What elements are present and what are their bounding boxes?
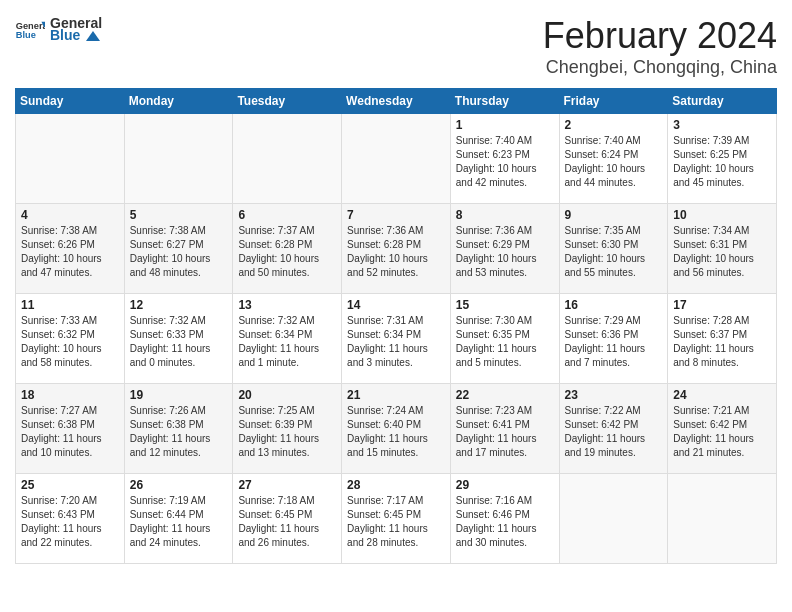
day-header-sunday: Sunday bbox=[16, 89, 125, 114]
day-number: 8 bbox=[456, 208, 554, 222]
day-info: Sunrise: 7:22 AM Sunset: 6:42 PM Dayligh… bbox=[565, 404, 663, 460]
day-header-friday: Friday bbox=[559, 89, 668, 114]
day-info: Sunrise: 7:38 AM Sunset: 6:26 PM Dayligh… bbox=[21, 224, 119, 280]
calendar-cell: 12Sunrise: 7:32 AM Sunset: 6:33 PM Dayli… bbox=[124, 294, 233, 384]
day-info: Sunrise: 7:40 AM Sunset: 6:23 PM Dayligh… bbox=[456, 134, 554, 190]
day-number: 19 bbox=[130, 388, 228, 402]
day-number: 27 bbox=[238, 478, 336, 492]
day-number: 28 bbox=[347, 478, 445, 492]
calendar-cell: 3Sunrise: 7:39 AM Sunset: 6:25 PM Daylig… bbox=[668, 114, 777, 204]
day-number: 11 bbox=[21, 298, 119, 312]
calendar-cell: 7Sunrise: 7:36 AM Sunset: 6:28 PM Daylig… bbox=[342, 204, 451, 294]
day-info: Sunrise: 7:30 AM Sunset: 6:35 PM Dayligh… bbox=[456, 314, 554, 370]
month-title: February 2024 bbox=[543, 15, 777, 57]
day-info: Sunrise: 7:18 AM Sunset: 6:45 PM Dayligh… bbox=[238, 494, 336, 550]
calendar-cell: 10Sunrise: 7:34 AM Sunset: 6:31 PM Dayli… bbox=[668, 204, 777, 294]
calendar-cell: 27Sunrise: 7:18 AM Sunset: 6:45 PM Dayli… bbox=[233, 474, 342, 564]
calendar-cell: 16Sunrise: 7:29 AM Sunset: 6:36 PM Dayli… bbox=[559, 294, 668, 384]
calendar-week-2: 4Sunrise: 7:38 AM Sunset: 6:26 PM Daylig… bbox=[16, 204, 777, 294]
day-info: Sunrise: 7:40 AM Sunset: 6:24 PM Dayligh… bbox=[565, 134, 663, 190]
svg-text:Blue: Blue bbox=[16, 30, 36, 39]
day-header-thursday: Thursday bbox=[450, 89, 559, 114]
logo: General Blue General Blue bbox=[15, 15, 102, 43]
calendar-week-1: 1Sunrise: 7:40 AM Sunset: 6:23 PM Daylig… bbox=[16, 114, 777, 204]
calendar-cell: 28Sunrise: 7:17 AM Sunset: 6:45 PM Dayli… bbox=[342, 474, 451, 564]
day-number: 4 bbox=[21, 208, 119, 222]
day-info: Sunrise: 7:27 AM Sunset: 6:38 PM Dayligh… bbox=[21, 404, 119, 460]
calendar-cell bbox=[342, 114, 451, 204]
calendar-cell bbox=[233, 114, 342, 204]
calendar-header-row: SundayMondayTuesdayWednesdayThursdayFrid… bbox=[16, 89, 777, 114]
day-number: 7 bbox=[347, 208, 445, 222]
calendar-cell: 4Sunrise: 7:38 AM Sunset: 6:26 PM Daylig… bbox=[16, 204, 125, 294]
calendar-cell: 15Sunrise: 7:30 AM Sunset: 6:35 PM Dayli… bbox=[450, 294, 559, 384]
day-info: Sunrise: 7:24 AM Sunset: 6:40 PM Dayligh… bbox=[347, 404, 445, 460]
calendar-cell: 22Sunrise: 7:23 AM Sunset: 6:41 PM Dayli… bbox=[450, 384, 559, 474]
day-info: Sunrise: 7:35 AM Sunset: 6:30 PM Dayligh… bbox=[565, 224, 663, 280]
day-number: 26 bbox=[130, 478, 228, 492]
day-number: 17 bbox=[673, 298, 771, 312]
calendar-cell: 9Sunrise: 7:35 AM Sunset: 6:30 PM Daylig… bbox=[559, 204, 668, 294]
day-info: Sunrise: 7:39 AM Sunset: 6:25 PM Dayligh… bbox=[673, 134, 771, 190]
day-number: 14 bbox=[347, 298, 445, 312]
calendar-week-4: 18Sunrise: 7:27 AM Sunset: 6:38 PM Dayli… bbox=[16, 384, 777, 474]
day-info: Sunrise: 7:31 AM Sunset: 6:34 PM Dayligh… bbox=[347, 314, 445, 370]
day-number: 15 bbox=[456, 298, 554, 312]
day-number: 22 bbox=[456, 388, 554, 402]
day-info: Sunrise: 7:26 AM Sunset: 6:38 PM Dayligh… bbox=[130, 404, 228, 460]
day-info: Sunrise: 7:17 AM Sunset: 6:45 PM Dayligh… bbox=[347, 494, 445, 550]
day-number: 29 bbox=[456, 478, 554, 492]
day-header-saturday: Saturday bbox=[668, 89, 777, 114]
calendar-cell: 8Sunrise: 7:36 AM Sunset: 6:29 PM Daylig… bbox=[450, 204, 559, 294]
day-info: Sunrise: 7:33 AM Sunset: 6:32 PM Dayligh… bbox=[21, 314, 119, 370]
day-info: Sunrise: 7:23 AM Sunset: 6:41 PM Dayligh… bbox=[456, 404, 554, 460]
day-number: 2 bbox=[565, 118, 663, 132]
title-area: February 2024 Chengbei, Chongqing, China bbox=[543, 15, 777, 78]
day-header-tuesday: Tuesday bbox=[233, 89, 342, 114]
day-info: Sunrise: 7:32 AM Sunset: 6:33 PM Dayligh… bbox=[130, 314, 228, 370]
day-number: 6 bbox=[238, 208, 336, 222]
calendar-cell bbox=[559, 474, 668, 564]
calendar-cell: 5Sunrise: 7:38 AM Sunset: 6:27 PM Daylig… bbox=[124, 204, 233, 294]
day-number: 25 bbox=[21, 478, 119, 492]
calendar-cell: 25Sunrise: 7:20 AM Sunset: 6:43 PM Dayli… bbox=[16, 474, 125, 564]
day-number: 1 bbox=[456, 118, 554, 132]
calendar-table: SundayMondayTuesdayWednesdayThursdayFrid… bbox=[15, 88, 777, 564]
day-info: Sunrise: 7:19 AM Sunset: 6:44 PM Dayligh… bbox=[130, 494, 228, 550]
day-info: Sunrise: 7:20 AM Sunset: 6:43 PM Dayligh… bbox=[21, 494, 119, 550]
day-number: 20 bbox=[238, 388, 336, 402]
calendar-week-5: 25Sunrise: 7:20 AM Sunset: 6:43 PM Dayli… bbox=[16, 474, 777, 564]
day-number: 3 bbox=[673, 118, 771, 132]
calendar-cell: 6Sunrise: 7:37 AM Sunset: 6:28 PM Daylig… bbox=[233, 204, 342, 294]
day-info: Sunrise: 7:37 AM Sunset: 6:28 PM Dayligh… bbox=[238, 224, 336, 280]
day-number: 21 bbox=[347, 388, 445, 402]
location-title: Chengbei, Chongqing, China bbox=[543, 57, 777, 78]
day-info: Sunrise: 7:32 AM Sunset: 6:34 PM Dayligh… bbox=[238, 314, 336, 370]
day-header-wednesday: Wednesday bbox=[342, 89, 451, 114]
day-info: Sunrise: 7:29 AM Sunset: 6:36 PM Dayligh… bbox=[565, 314, 663, 370]
day-number: 16 bbox=[565, 298, 663, 312]
logo-blue: Blue bbox=[50, 27, 102, 43]
day-info: Sunrise: 7:36 AM Sunset: 6:28 PM Dayligh… bbox=[347, 224, 445, 280]
calendar-cell: 13Sunrise: 7:32 AM Sunset: 6:34 PM Dayli… bbox=[233, 294, 342, 384]
calendar-cell bbox=[124, 114, 233, 204]
day-header-monday: Monday bbox=[124, 89, 233, 114]
calendar-cell: 2Sunrise: 7:40 AM Sunset: 6:24 PM Daylig… bbox=[559, 114, 668, 204]
day-info: Sunrise: 7:16 AM Sunset: 6:46 PM Dayligh… bbox=[456, 494, 554, 550]
day-info: Sunrise: 7:36 AM Sunset: 6:29 PM Dayligh… bbox=[456, 224, 554, 280]
day-number: 9 bbox=[565, 208, 663, 222]
day-info: Sunrise: 7:34 AM Sunset: 6:31 PM Dayligh… bbox=[673, 224, 771, 280]
calendar-cell: 29Sunrise: 7:16 AM Sunset: 6:46 PM Dayli… bbox=[450, 474, 559, 564]
calendar-cell: 26Sunrise: 7:19 AM Sunset: 6:44 PM Dayli… bbox=[124, 474, 233, 564]
day-info: Sunrise: 7:38 AM Sunset: 6:27 PM Dayligh… bbox=[130, 224, 228, 280]
header: General Blue General Blue February 2024 … bbox=[15, 15, 777, 78]
day-number: 5 bbox=[130, 208, 228, 222]
day-number: 13 bbox=[238, 298, 336, 312]
day-info: Sunrise: 7:28 AM Sunset: 6:37 PM Dayligh… bbox=[673, 314, 771, 370]
logo-icon: General Blue bbox=[15, 19, 45, 39]
calendar-week-3: 11Sunrise: 7:33 AM Sunset: 6:32 PM Dayli… bbox=[16, 294, 777, 384]
calendar-cell: 20Sunrise: 7:25 AM Sunset: 6:39 PM Dayli… bbox=[233, 384, 342, 474]
calendar-cell: 24Sunrise: 7:21 AM Sunset: 6:42 PM Dayli… bbox=[668, 384, 777, 474]
calendar-cell: 14Sunrise: 7:31 AM Sunset: 6:34 PM Dayli… bbox=[342, 294, 451, 384]
day-number: 12 bbox=[130, 298, 228, 312]
